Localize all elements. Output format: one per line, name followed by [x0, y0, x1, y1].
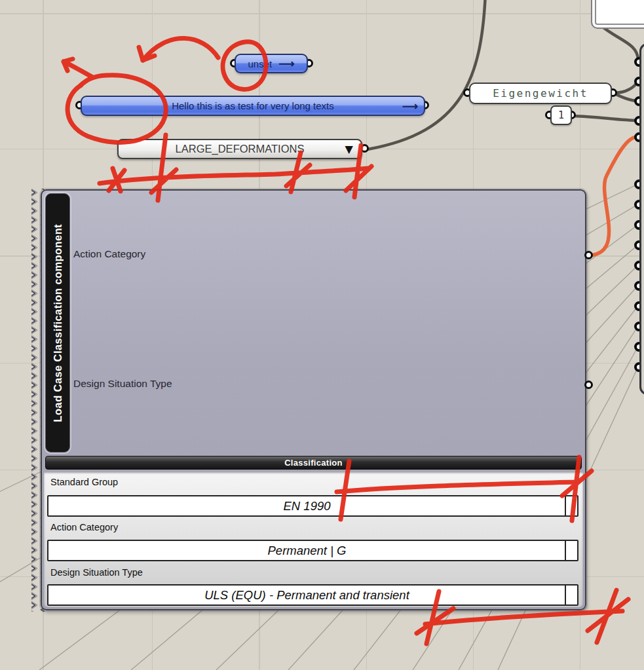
field-label-design-situation: Design Situation Type [50, 567, 143, 578]
field-label-standard-group: Standard Group [50, 477, 118, 487]
component-title: Load Case Classification component [52, 224, 64, 422]
unset-value-button[interactable]: unset ⟶ [235, 54, 308, 73]
port-action-category-out[interactable] [584, 251, 593, 259]
dropdown-action-category[interactable]: Permanent | G [47, 540, 578, 561]
right-arrow-icon: ⟶ [278, 57, 294, 71]
classification-section-header: Classification [45, 456, 582, 470]
dropdown-expand-button[interactable] [565, 586, 577, 605]
dropdown-expand-button[interactable] [565, 496, 577, 515]
long-text-button-label: Hello this is as test for very long text… [172, 100, 334, 111]
right-arrow-icon: ⟶ [402, 99, 418, 113]
component-title-bar[interactable]: Load Case Classification component [45, 193, 70, 453]
red-arrowhead [139, 47, 155, 60]
red-curved-arrow [143, 38, 218, 60]
dropdown-caret-icon[interactable]: ▼ [342, 141, 356, 155]
wire-orange-action-category[interactable] [590, 137, 637, 255]
load-case-classification-component[interactable]: Load Case Classification component Actio… [41, 189, 586, 610]
number-panel-text: 1 [558, 109, 564, 121]
output-label-design-situation: Design Situation Type [73, 378, 172, 390]
dropdown-standard-group[interactable]: EN 1990 [47, 495, 578, 517]
output-label-action-category: Action Category [73, 248, 145, 260]
classification-parameter-panel: Standard Group EN 1990 Action Category P… [44, 472, 583, 607]
dropdown-action-category-value: Permanent | G [268, 544, 358, 558]
red-circle-hook [64, 59, 92, 77]
value-list-selected: LARGE_DEFORMATIONS [176, 143, 305, 155]
field-label-action-category: Action Category [50, 522, 118, 532]
value-list-dropdown[interactable]: LARGE_DEFORMATIONS ▼ [117, 139, 362, 159]
wire-top-to-valuelist[interactable] [368, 0, 485, 149]
dropdown-expand-button[interactable] [565, 541, 577, 560]
offscreen-component-edge[interactable] [639, 43, 644, 395]
dropdown-design-situation-value: ULS (EQU) - Permanent and transient [204, 588, 421, 603]
classification-header-text: Classification [284, 458, 343, 468]
unset-button-label: unset [248, 58, 272, 69]
number-panel[interactable]: 1 [550, 105, 572, 125]
dropdown-design-situation[interactable]: ULS (EQU) - Permanent and transient [47, 584, 578, 606]
dropdown-standard-group-value: EN 1990 [284, 499, 343, 513]
panel-text: Eigengewicht [493, 87, 588, 100]
port-design-situation-out[interactable] [584, 381, 593, 389]
wire-number-one[interactable] [573, 116, 637, 121]
long-text-value-button[interactable]: Hello this is as test for very long text… [81, 96, 425, 116]
wire-panel-corner[interactable] [600, 25, 638, 60]
offscreen-panel[interactable] [591, 0, 644, 29]
grasshopper-canvas[interactable]: unset ⟶ Hello this is as test for very l… [0, 0, 644, 670]
eigengewicht-panel[interactable]: Eigengewicht [469, 83, 612, 104]
